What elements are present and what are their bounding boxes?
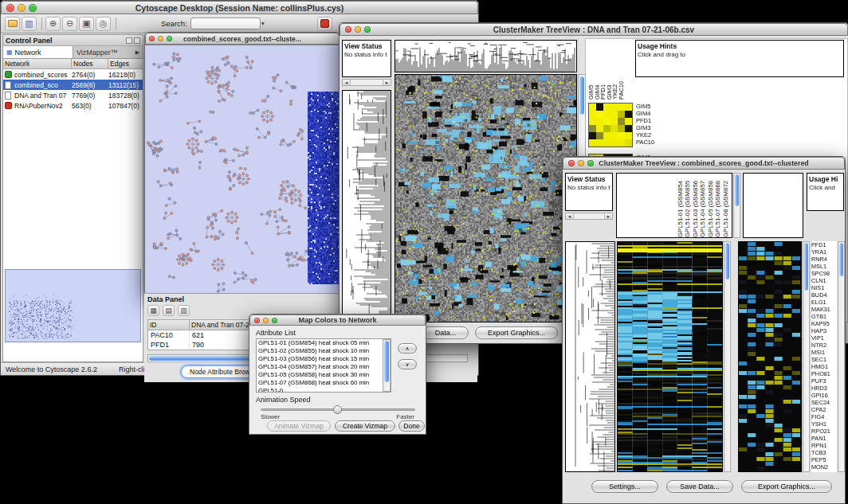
gene-label[interactable]: BUD4 <box>811 291 837 299</box>
gene-label[interactable]: MSI1 <box>811 349 837 356</box>
network-row[interactable]: DNA and Tran 077769(0)183728(0) <box>3 90 143 100</box>
tab-network[interactable]: ▦ Network <box>3 46 73 58</box>
open-session-icon[interactable] <box>5 17 20 31</box>
gene-label[interactable]: SEC1 <box>811 356 837 363</box>
gene-label[interactable]: RPO21 <box>811 428 837 435</box>
tv1-matrix1[interactable] <box>588 103 633 147</box>
slider-thumb[interactable] <box>333 405 342 414</box>
gene-label[interactable]: RNR4 <box>811 256 837 263</box>
gene-label[interactable]: GTB1 <box>811 313 837 320</box>
attribute-list-scrollbar[interactable] <box>383 339 391 392</box>
gene-label[interactable]: SPC98 <box>811 270 837 277</box>
gene-label[interactable]: YSH1 <box>811 420 837 428</box>
minimize-button[interactable] <box>355 26 361 33</box>
vscroll-thumb[interactable] <box>384 341 389 382</box>
tv2-row-dendro[interactable] <box>565 241 615 472</box>
tv1-col-dendro[interactable] <box>395 40 577 72</box>
attribute-item[interactable]: GPL51-01 (GSM854) heat shock 05 min <box>257 339 383 347</box>
gene-label[interactable]: PHO81 <box>811 370 837 377</box>
minimize-button[interactable] <box>18 4 26 12</box>
vscroll-thumb[interactable] <box>735 174 739 206</box>
close-button[interactable] <box>6 4 14 12</box>
tab-vizmapper[interactable]: VizMapper™ <box>73 46 132 58</box>
done-button[interactable]: Done <box>398 420 425 432</box>
gene-label[interactable]: MAK31 <box>811 306 837 313</box>
vscroll-thumb[interactable] <box>579 76 584 115</box>
tv2-vscroll[interactable] <box>724 241 731 472</box>
gene-label[interactable]: HRD3 <box>811 385 837 392</box>
gene-label[interactable]: TCB3 <box>811 449 837 456</box>
gene-label[interactable]: PFD1 <box>811 241 837 248</box>
tv2-gene-scrollbar[interactable] <box>838 241 845 472</box>
gene-label[interactable]: MON2 <box>811 463 837 471</box>
tv1-row-dendro[interactable] <box>342 90 391 321</box>
gene-label[interactable]: VIP1 <box>811 334 837 342</box>
scroll-track[interactable] <box>573 213 605 219</box>
minimize-button[interactable] <box>158 36 163 41</box>
attribute-item[interactable]: GPL51-04 (GSM857) heat shock 20 min <box>257 363 383 371</box>
tv2-settings-button[interactable]: Settings... <box>591 480 658 493</box>
gene-label[interactable]: NTR2 <box>811 342 837 349</box>
attr-delete-icon[interactable]: ▥ <box>178 305 190 316</box>
attr-create-icon[interactable]: ▤ <box>163 305 175 316</box>
treeview1-titlebar[interactable]: ClusterMaker TreeView : DNA and Tran 07-… <box>340 23 848 36</box>
close-panel-icon[interactable] <box>134 37 140 44</box>
gene-label[interactable]: CPA2 <box>811 406 837 413</box>
vscroll-thumb[interactable] <box>725 243 729 279</box>
tv1-mini-scrollbar[interactable]: ◄ ► <box>342 79 391 86</box>
gene-label[interactable]: FIG4 <box>811 413 837 420</box>
gene-label[interactable]: HAP3 <box>811 327 837 334</box>
attribute-item[interactable]: GPL51-03 (GSM856) heat shock 15 min <box>257 355 383 363</box>
zoom-fit-icon[interactable]: ▣ <box>79 17 94 31</box>
animation-speed-slider[interactable] <box>261 408 415 411</box>
column-header-network[interactable]: Network <box>3 59 72 68</box>
tv1-heatmap[interactable] <box>395 74 577 322</box>
zoom-out-icon[interactable]: ⊖ <box>62 17 77 31</box>
attr-select-icon[interactable]: ▦ <box>147 305 159 316</box>
column-header-edges[interactable]: Edges <box>108 59 143 68</box>
minimize-button[interactable] <box>263 318 269 323</box>
close-button[interactable] <box>568 160 575 166</box>
gene-label[interactable]: PUF3 <box>811 377 837 385</box>
search-input[interactable] <box>190 18 261 29</box>
scroll-right-icon[interactable]: ► <box>605 213 612 219</box>
annotation-icon[interactable] <box>317 17 332 31</box>
tab-overflow-button[interactable]: ▶ <box>132 46 143 58</box>
network-row[interactable]: RNAPuberNov2563(0)107847(0) <box>3 100 143 111</box>
gene-label[interactable]: NIS1 <box>811 284 837 291</box>
dp-column-id[interactable]: ID <box>148 320 190 330</box>
search-combo-icon[interactable]: ▾ <box>261 20 265 27</box>
save-session-icon[interactable]: ▥ <box>22 17 37 31</box>
scroll-track[interactable] <box>350 80 383 85</box>
zoom-button[interactable] <box>364 26 371 33</box>
attribute-item[interactable]: GPL51-0 <box>257 387 383 393</box>
zoom-selected-icon[interactable]: ◎ <box>96 17 111 31</box>
scroll-left-icon[interactable]: ◄ <box>343 80 350 85</box>
create-vizmap-button[interactable]: Create Vizmap <box>335 420 395 432</box>
zoom-button[interactable] <box>29 4 37 12</box>
gene-label[interactable]: KAP95 <box>811 320 837 327</box>
float-panel-icon[interactable] <box>126 37 132 44</box>
gene-label[interactable]: RPN1 <box>811 442 837 449</box>
zoom-button[interactable] <box>167 36 172 41</box>
tv2-mini-scrollbar[interactable]: ◄ ► <box>565 213 613 220</box>
network-view-titlebar[interactable]: combined_scores_good.txt--cluste... <box>145 33 340 45</box>
gene-label[interactable]: SEC24 <box>811 399 837 406</box>
minimize-button[interactable] <box>578 160 584 166</box>
network-row[interactable]: combined_scores2764(0)16218(0) <box>3 69 143 80</box>
move-up-button[interactable]: ∧ <box>398 343 417 354</box>
treeview2-titlebar[interactable]: ClusterMaker TreeView : combined_scores_… <box>563 157 845 170</box>
tv2-export-graphics-button[interactable]: Export Graphics... <box>741 480 832 493</box>
cytoscape-titlebar[interactable]: Cytoscape Desktop (Session Name: collins… <box>1 1 478 14</box>
attribute-item[interactable]: GPL51-05 (GSM858) heat shock 30 min <box>257 371 383 379</box>
tv2-heatmap[interactable] <box>617 241 723 472</box>
birdseye-canvas[interactable] <box>6 270 140 342</box>
tv1-export-graphics-button[interactable]: Export Graphics... <box>475 326 558 339</box>
zoom-in-icon[interactable]: ⊕ <box>45 17 61 31</box>
tv2-zoom-heatmap[interactable] <box>738 241 802 472</box>
vscroll-thumb[interactable] <box>804 243 808 291</box>
gene-label[interactable]: GPI16 <box>811 392 837 399</box>
tv2-zoom-scrollbar[interactable] <box>803 241 810 472</box>
attribute-item[interactable]: GPL51-02 (GSM855) heat shock 10 min <box>257 347 383 355</box>
attribute-item[interactable]: GPL51-07 (GSM868) heat shock 60 min <box>257 379 383 387</box>
